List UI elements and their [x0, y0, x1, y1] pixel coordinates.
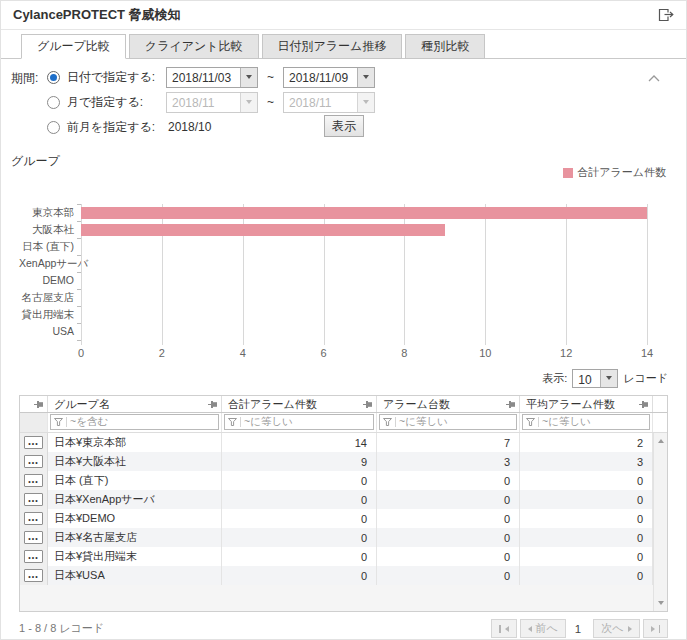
tab-3[interactable]: 日付別アラーム推移 [262, 34, 403, 59]
header-cell-rowheader [20, 396, 48, 412]
cell-avg-alarms: 0 [520, 528, 653, 547]
option-label-date: 日付で指定する: [67, 69, 166, 86]
cell-avg-alarms: 0 [520, 547, 653, 566]
filter-funnel-icon[interactable] [526, 418, 535, 426]
filter-input-group-name[interactable]: ~を含む [50, 414, 219, 430]
next-page-button[interactable]: 次へ [593, 619, 639, 638]
table-body-rows: •••日本¥東京本部1472•••日本¥大阪本社933•••日本 (直下)000… [20, 433, 653, 611]
chart-category-label: 大阪本社 [19, 221, 81, 238]
page-title: CylancePROTECT 脅威検知 [13, 6, 181, 24]
grid-empty-area [20, 585, 653, 611]
date-to-input[interactable]: 2018/11/09 [283, 67, 375, 88]
period-option-prev-month: 前月を指定する: 2018/10 [47, 116, 211, 138]
row-header-cell: ••• [20, 490, 48, 509]
x-tick-label: 10 [479, 347, 491, 359]
row-menu-button[interactable]: ••• [24, 493, 43, 506]
row-menu-button[interactable]: ••• [24, 455, 43, 468]
scroll-up-icon[interactable] [658, 439, 664, 443]
month-to-input[interactable]: 2018/11 [283, 92, 375, 113]
filter-cell-rowheader [20, 413, 48, 432]
header-cell-group-name[interactable]: グループ名 [48, 396, 222, 412]
header-cell-alarm-devices[interactable]: アラーム台数 [377, 396, 520, 412]
logout-icon[interactable] [658, 8, 674, 22]
chart-category-label: 名古屋支店 [19, 289, 81, 306]
row-menu-button[interactable]: ••• [24, 436, 43, 449]
month-to-value: 2018/11 [284, 93, 357, 112]
row-menu-button[interactable]: ••• [24, 550, 43, 563]
table-row: •••日本¥DEMO000 [20, 509, 653, 528]
filter-placeholder: ~を含む [70, 415, 108, 429]
grid-filter-row: ~を含む ~に等しい ~に等しい [20, 413, 667, 433]
cell-alarm-devices: 0 [377, 547, 520, 566]
scroll-down-icon[interactable] [658, 601, 664, 605]
row-menu-button[interactable]: ••• [24, 512, 43, 525]
bar-chart: 東京本部大阪本社日本 (直下)XenAppサーバDEMO名古屋支店貸出用端末US… [19, 204, 647, 340]
dropdown-arrow-icon[interactable] [600, 370, 617, 387]
cell-total-alarms: 0 [222, 528, 377, 547]
filter-funnel-icon[interactable] [383, 418, 392, 426]
filter-input-alarm-devices[interactable]: ~に等しい [379, 414, 517, 430]
month-from-value: 2018/11 [167, 93, 240, 112]
cell-total-alarms: 14 [222, 433, 377, 452]
vertical-scrollbar[interactable] [653, 433, 667, 611]
table-section: 表示: 10 レコード グループ名 合計アラーム件数 [19, 367, 668, 638]
radio-prev-month[interactable] [47, 121, 60, 134]
period-option-month: 月で指定する: 2018/11 ~ 2018/11 [47, 91, 375, 113]
filter-funnel-icon[interactable] [228, 418, 237, 426]
radio-month-range[interactable] [47, 96, 60, 109]
chart-title: グループ [11, 153, 60, 170]
pin-icon[interactable] [363, 400, 373, 409]
prev-month-value: 2018/10 [168, 120, 211, 134]
filter-funnel-icon[interactable] [54, 418, 63, 426]
page-size-value[interactable]: 10 [573, 370, 600, 387]
chart-bar-row [81, 323, 647, 340]
filter-input-total-alarms[interactable]: ~に等しい [224, 414, 374, 430]
record-count-status: 1 - 8 / 8 レコード [19, 621, 104, 636]
date-from-value[interactable]: 2018/11/03 [167, 68, 240, 87]
date-to-value[interactable]: 2018/11/09 [284, 68, 357, 87]
x-tick-label: 8 [401, 347, 407, 359]
page-size-suffix: レコード [623, 371, 668, 386]
row-menu-button[interactable]: ••• [24, 474, 43, 487]
cell-avg-alarms: 0 [520, 566, 653, 585]
page-size-label: 表示: [542, 371, 567, 386]
row-header-cell: ••• [20, 452, 48, 471]
range-separator: ~ [267, 95, 274, 109]
filter-cell: ~に等しい [377, 413, 520, 432]
pin-icon[interactable] [639, 400, 649, 409]
table-row: •••日本¥東京本部1472 [20, 433, 653, 452]
filter-cell: ~を含む [48, 413, 222, 432]
header-cell-avg-alarms[interactable]: 平均アラーム件数 [520, 396, 653, 412]
tab-4[interactable]: 種別比較 [405, 34, 485, 59]
date-from-input[interactable]: 2018/11/03 [166, 67, 258, 88]
grid-header-row: グループ名 合計アラーム件数 アラーム台数 平均アラーム件数 [20, 396, 667, 413]
pin-icon[interactable] [34, 400, 44, 409]
row-header-cell: ••• [20, 471, 48, 490]
row-menu-button[interactable]: ••• [24, 531, 43, 544]
column-label: 平均アラーム件数 [526, 397, 615, 412]
prev-page-button[interactable]: 前へ [520, 619, 566, 638]
tab-1[interactable]: グループ比較 [21, 34, 126, 59]
row-header-cell: ••• [20, 433, 48, 452]
month-from-input[interactable]: 2018/11 [166, 92, 258, 113]
cell-total-alarms: 0 [222, 509, 377, 528]
chart-category-label: 東京本部 [19, 204, 81, 221]
last-page-button[interactable] [643, 619, 669, 638]
row-menu-button[interactable]: ••• [24, 569, 43, 582]
tab-2[interactable]: クライアント比較 [129, 34, 259, 59]
first-page-button[interactable] [491, 619, 517, 638]
chart-bar-row [81, 204, 647, 221]
pin-icon[interactable] [506, 400, 516, 409]
dropdown-arrow-icon[interactable] [240, 68, 257, 87]
pager: 前へ 1 次へ [488, 619, 668, 638]
collapse-chevron-icon[interactable] [648, 68, 660, 86]
dropdown-arrow-icon[interactable] [357, 68, 374, 87]
header-cell-total-alarms[interactable]: 合計アラーム件数 [222, 396, 377, 412]
page-size-select[interactable]: 10 [572, 369, 618, 388]
cell-group-name: 日本 (直下) [48, 471, 222, 490]
filter-input-avg-alarms[interactable]: ~に等しい [522, 414, 650, 430]
chart-bar [81, 224, 445, 236]
pin-icon[interactable] [208, 400, 218, 409]
show-button[interactable]: 表示 [324, 115, 364, 137]
radio-date-range[interactable] [47, 71, 60, 84]
